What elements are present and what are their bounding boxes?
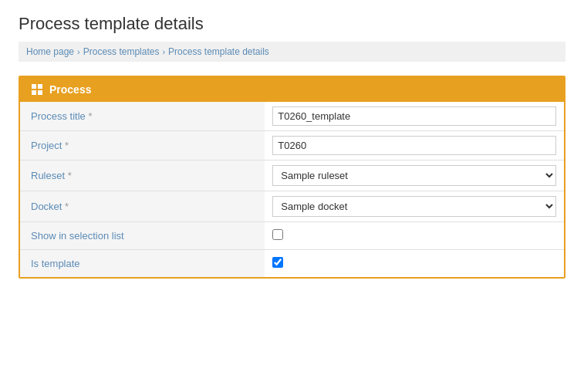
- svg-rect-0: [32, 84, 36, 89]
- required-star-docket: *: [65, 201, 69, 212]
- breadcrumb-current: Process template details: [168, 46, 269, 57]
- form-row-project: Project *: [20, 131, 564, 161]
- breadcrumb: Home page › Process templates › Process …: [19, 42, 565, 62]
- label-show-in-selection: Show in selection list: [20, 222, 265, 250]
- ruleset-select[interactable]: Sample ruleset: [272, 165, 556, 186]
- is-template-checkbox[interactable]: [272, 257, 283, 268]
- form-row-is-template: Is template: [20, 250, 564, 278]
- label-docket: Docket *: [20, 191, 265, 222]
- label-process-title: Process title *: [20, 102, 265, 131]
- card-header: Process: [20, 77, 564, 102]
- project-input[interactable]: [272, 136, 556, 155]
- svg-rect-1: [38, 84, 42, 89]
- required-star-project: *: [65, 140, 69, 151]
- breadcrumb-process-templates[interactable]: Process templates: [83, 46, 160, 57]
- label-is-template: Is template: [20, 250, 265, 278]
- docket-select[interactable]: Sample docket: [272, 196, 556, 217]
- svg-rect-2: [32, 90, 36, 95]
- card-header-label: Process: [49, 83, 91, 96]
- required-star-ruleset: *: [68, 170, 72, 181]
- value-process-title: [265, 102, 564, 131]
- label-ruleset: Ruleset *: [20, 161, 265, 191]
- form-row-ruleset: Ruleset * Sample ruleset: [20, 161, 564, 191]
- form-row-show-in-selection: Show in selection list: [20, 222, 564, 250]
- required-star-title: *: [88, 110, 92, 122]
- process-card: Process Process title * Project: [19, 76, 565, 279]
- value-show-in-selection: [265, 222, 564, 250]
- grid-icon: [31, 83, 43, 96]
- page-title: Process template details: [19, 14, 565, 34]
- show-in-selection-checkbox[interactable]: [272, 229, 283, 240]
- form-row-process-title: Process title *: [20, 102, 564, 131]
- process-title-input[interactable]: [272, 106, 556, 126]
- svg-rect-3: [38, 90, 42, 95]
- form-row-docket: Docket * Sample docket: [20, 191, 564, 222]
- form-table: Process title * Project *: [20, 102, 564, 277]
- breadcrumb-sep-1: ›: [77, 47, 80, 56]
- breadcrumb-sep-2: ›: [162, 47, 165, 56]
- page-wrapper: Process template details Home page › Pro…: [0, 0, 584, 297]
- value-project: [265, 131, 564, 161]
- label-project: Project *: [20, 131, 265, 161]
- value-ruleset: Sample ruleset: [265, 161, 564, 191]
- breadcrumb-home[interactable]: Home page: [26, 46, 74, 57]
- value-is-template: [265, 250, 564, 278]
- value-docket: Sample docket: [265, 191, 564, 222]
